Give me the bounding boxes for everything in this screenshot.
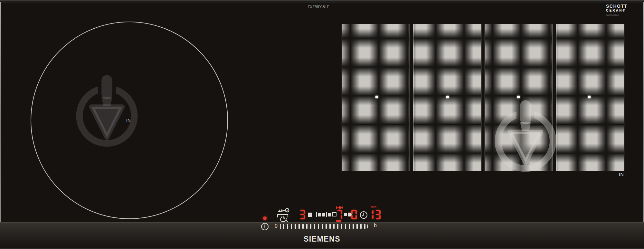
induction-trowel-logo-right — [493, 100, 558, 173]
zone-bridged-indicator[interactable] — [316, 212, 327, 217]
status-led — [263, 216, 267, 220]
slider-tick[interactable] — [318, 224, 319, 229]
seven-segment-digit — [299, 210, 305, 219]
schott-logo-line2: CERAN® — [606, 9, 635, 12]
slider-tick[interactable] — [283, 224, 284, 229]
seven-segment-digit — [368, 210, 374, 219]
pan-position-marker — [517, 96, 520, 98]
slider-tick[interactable] — [356, 224, 358, 229]
slider-tick[interactable] — [326, 224, 327, 229]
timer-unit-label: min — [371, 205, 376, 209]
slider-tick[interactable] — [295, 224, 296, 229]
pan-position-marker — [588, 96, 591, 98]
schott-ceran-logo: SCHOTT CERAN® 9000966762 — [606, 4, 635, 17]
timer-clock-icon[interactable] — [360, 211, 368, 219]
slider-tick[interactable] — [329, 224, 331, 229]
induction-in-label-left: IN — [126, 118, 131, 123]
slider-tick[interactable] — [306, 224, 308, 229]
child-lock-key-hand-icon[interactable] — [275, 208, 291, 223]
slider-tick[interactable] — [345, 224, 346, 229]
slider-tick[interactable] — [291, 224, 292, 229]
timer-display — [368, 210, 381, 219]
hob-left-trim — [0, 2, 1, 248]
zone-right-power-display — [351, 210, 357, 219]
slider-start-bar — [280, 224, 281, 229]
slider-tick[interactable] — [333, 224, 335, 229]
slider-tick[interactable] — [310, 224, 311, 229]
slider-tick[interactable] — [364, 224, 365, 229]
slider-tick[interactable] — [287, 224, 288, 229]
bridge-arrow-to-bar-icon — [336, 206, 344, 209]
power-slider[interactable] — [283, 224, 365, 229]
slider-tick[interactable] — [341, 224, 342, 229]
pan-position-marker — [375, 96, 378, 98]
slider-tick[interactable] — [298, 224, 300, 229]
slider-tick[interactable] — [360, 224, 362, 229]
hob-back-edge-shadow — [0, 1, 644, 3]
hob-front-edge — [0, 248, 644, 249]
zone-single-indicator[interactable] — [308, 213, 312, 217]
siemens-logo: SIEMENS — [0, 235, 644, 244]
zone-left-power-display — [299, 210, 305, 219]
pan-position-marker — [446, 96, 449, 98]
seven-segment-digit — [351, 210, 357, 219]
slider-tick[interactable] — [302, 224, 304, 229]
slider-end-bar — [367, 225, 368, 228]
slider-tick[interactable] — [322, 224, 323, 229]
slider-boost-label[interactable]: b — [374, 223, 377, 228]
glass-serial-number: 9000966762 — [606, 14, 635, 17]
induction-hob: EX275FCB1E SCHOTT CERAN® 9000966762 IN I… — [0, 0, 644, 249]
slider-tick[interactable] — [314, 224, 315, 229]
slider-tick[interactable] — [353, 224, 354, 229]
seven-segment-digit — [375, 210, 381, 219]
seven-segment-digit — [336, 210, 342, 219]
power-standby-icon[interactable] — [261, 223, 269, 231]
flex-power-display — [336, 210, 342, 219]
zone-pair-front-indicator[interactable] — [328, 212, 336, 216]
slider-tick[interactable] — [349, 224, 350, 229]
induction-trowel-logo-left — [75, 74, 139, 148]
flex-induction-zone — [342, 24, 624, 171]
flex-active-underline — [336, 220, 341, 222]
zone-pair-back-indicator[interactable] — [344, 213, 352, 216]
flex-center-line — [342, 97, 624, 97]
slider-zero-label: 0 — [275, 223, 278, 229]
schott-logo-line1: SCHOTT — [606, 4, 635, 8]
slider-tick[interactable] — [337, 224, 338, 229]
model-number-label: EX275FCB1E — [308, 5, 329, 9]
induction-in-label-right: IN — [619, 172, 624, 177]
